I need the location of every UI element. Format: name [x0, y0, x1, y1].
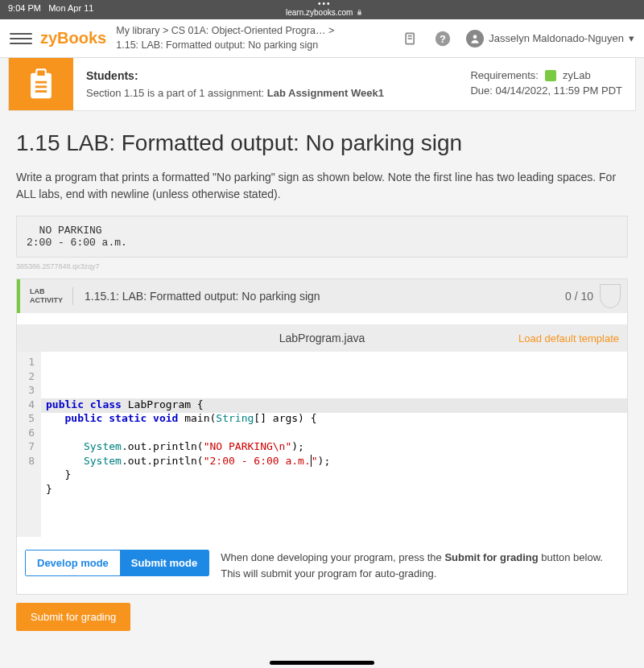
book-icon[interactable]	[402, 30, 419, 47]
chevron-down-icon: ▾	[629, 32, 634, 44]
content-id: 385386.2577848.qx3zqy7	[16, 262, 628, 270]
zybooks-logo[interactable]: zyBooks	[40, 29, 106, 47]
activity-title: 1.15.1: LAB: Formatted output: No parkin…	[73, 290, 559, 303]
svg-text:?: ?	[440, 32, 446, 44]
completion-shield-icon	[600, 284, 621, 308]
code-content[interactable]: public class LabProgram { public static …	[41, 352, 627, 537]
mode-instructions: When done developing your program, press…	[221, 550, 619, 581]
home-indicator[interactable]	[270, 661, 374, 665]
submit-mode-button[interactable]: Submit mode	[120, 550, 208, 575]
user-menu[interactable]: Jasselyn Maldonado-Nguyen ▾	[466, 30, 634, 47]
requirements-row: Requirements: zyLab	[470, 69, 622, 81]
due-date: Due: 04/14/2022, 11:59 PM PDT	[470, 85, 622, 97]
svg-rect-8	[36, 69, 45, 76]
code-editor[interactable]: 1 2 3 4 5 6 7 8 public class LabProgram …	[17, 352, 627, 537]
user-name: Jasselyn Maldonado-Nguyen	[489, 32, 624, 44]
hamburger-menu-icon[interactable]	[10, 33, 32, 44]
clipboard-icon	[9, 58, 73, 110]
status-time-date: 9:04 PM Mon Apr 11	[8, 3, 93, 13]
activity-score: 0 / 10	[559, 290, 600, 303]
svg-point-5	[473, 35, 477, 39]
multitask-dots-icon[interactable]: •••	[318, 0, 332, 8]
expected-output-sample: NO PARKING 2:00 - 6:00 a.m.	[16, 216, 628, 258]
page-title: 1.15 LAB: Formatted output: No parking s…	[16, 130, 628, 156]
breadcrumb[interactable]: My library > CS 01A: Object-Oriented Pro…	[116, 24, 402, 52]
line-gutter: 1 2 3 4 5 6 7 8	[17, 352, 41, 537]
lab-description: Write a program that prints a formatted …	[16, 169, 628, 203]
assignment-banner: Students: Section 1.15 is a part of 1 as…	[8, 58, 636, 111]
browser-url: learn.zybooks.com	[286, 9, 363, 17]
help-icon[interactable]: ?	[434, 30, 452, 47]
develop-mode-button[interactable]: Develop mode	[26, 550, 120, 575]
submit-for-grading-button[interactable]: Submit for grading	[16, 603, 130, 631]
activity-type-label: LAB ACTIVITY	[20, 287, 73, 305]
lab-activity-panel: LAB ACTIVITY 1.15.1: LAB: Formatted outp…	[16, 278, 628, 595]
app-topbar: zyBooks My library > CS 01A: Object-Orie…	[0, 19, 644, 58]
load-default-template-link[interactable]: Load default template	[518, 332, 619, 344]
banner-heading: Students:	[86, 69, 470, 82]
avatar-icon	[466, 30, 484, 47]
zylab-indicator-icon	[545, 70, 556, 81]
mode-toggle: Develop mode Submit mode	[25, 550, 209, 576]
lock-icon	[356, 9, 363, 16]
banner-text: Section 1.15 is a part of 1 assignment: …	[86, 87, 470, 99]
device-status-bar: 9:04 PM Mon Apr 11 ••• learn.zybooks.com	[0, 0, 644, 19]
